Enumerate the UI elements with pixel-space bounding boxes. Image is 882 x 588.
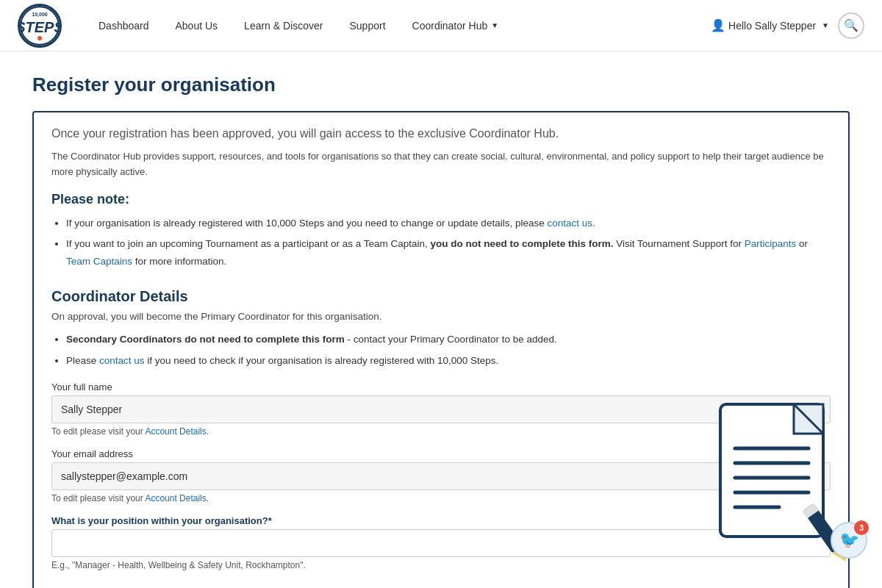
coord-bullet-1-bold: Secondary Coordinators do not need to co… (66, 334, 345, 345)
full-name-hint-text: To edit please visit your (51, 426, 145, 437)
nav-link-dashboard[interactable]: Dashboard (85, 0, 162, 51)
full-name-account-link[interactable]: Account Details. (145, 426, 209, 437)
logo-circle: 10,000 STEPS (18, 4, 62, 48)
info-headline: Once your registration has been approved… (51, 127, 831, 140)
bullet-2-bold: you do not need to complete this form. (431, 238, 614, 249)
chat-button[interactable]: 🐦 3 (831, 522, 867, 559)
contact-us-link-2[interactable]: contact us (99, 355, 145, 366)
dropdown-arrow-icon: ▼ (491, 21, 498, 29)
participants-link[interactable]: Participants (745, 238, 797, 249)
coordinator-bullets: Secondary Coordinators do not need to co… (66, 331, 831, 370)
nav-link-support[interactable]: Support (336, 0, 398, 51)
nav-links: Dashboard About Us Learn & Discover Supp… (85, 0, 512, 51)
info-box: Once your registration has been approved… (32, 111, 850, 588)
coordinator-details-title: Coordinator Details (51, 288, 831, 305)
svg-text:STEPS: STEPS (20, 19, 60, 35)
contact-us-link-1[interactable]: contact us (547, 218, 592, 229)
main-content: Register your organisation Once your reg… (15, 51, 867, 588)
coordinator-hub-label: Coordinator Hub (412, 20, 488, 32)
full-name-label: Your full name (51, 381, 831, 392)
bullet-1-text-before: If your organisation is already register… (66, 218, 547, 229)
coord-bullet-1-text: - contact your Primary Coordinator to be… (348, 334, 557, 345)
please-note-list: If your organisation is already register… (66, 215, 831, 271)
email-hint: To edit please visit your Account Detail… (51, 493, 831, 503)
coord-bullet-2-text-after: if you need to check if your organisatio… (145, 355, 499, 366)
full-name-input[interactable] (51, 395, 831, 423)
chat-icon: 🐦 (839, 531, 859, 550)
bullet-2-text-before: If you want to join an upcoming Tourname… (66, 238, 431, 249)
logo-svg: 10,000 STEPS (20, 6, 60, 46)
coord-bullet-2: Please contact us if you need to check i… (66, 352, 831, 370)
position-label: What is your position within your organi… (51, 515, 831, 526)
user-dropdown-arrow: ▼ (822, 21, 829, 29)
team-captains-link[interactable]: Team Captains (66, 256, 132, 267)
info-body: The Coordinator Hub provides support, re… (51, 149, 831, 180)
search-button[interactable]: 🔍 (838, 12, 864, 39)
user-icon: 👤 (711, 18, 725, 32)
user-menu[interactable]: 👤 Hello Sally Stepper ▼ (711, 18, 829, 32)
logo[interactable]: 10,000 STEPS (18, 4, 62, 48)
position-input[interactable] (51, 529, 831, 557)
svg-text:10,000: 10,000 (32, 12, 48, 18)
position-hint: E.g., "Manager - Health, Wellbeing & Saf… (51, 560, 831, 570)
coord-bullet-2-text-before: Please (66, 355, 99, 366)
email-label: Your email address (51, 448, 831, 459)
coord-bullet-1: Secondary Coordinators do not need to co… (66, 331, 831, 348)
nav-link-learn[interactable]: Learn & Discover (231, 0, 336, 51)
nav-left: 10,000 STEPS Dashboard About Us Learn & … (18, 0, 512, 51)
nav-right: 👤 Hello Sally Stepper ▼ 🔍 (711, 12, 864, 39)
chat-badge: 3 (854, 520, 869, 535)
full-name-hint: To edit please visit your Account Detail… (51, 426, 831, 437)
page-title: Register your organisation (32, 74, 850, 96)
user-label: Hello Sally Stepper (728, 20, 816, 32)
bullet-2: If you want to join an upcoming Tourname… (66, 235, 831, 271)
navbar: 10,000 STEPS Dashboard About Us Learn & … (0, 0, 882, 51)
email-input[interactable] (51, 462, 831, 490)
email-account-link[interactable]: Account Details. (145, 493, 209, 503)
svg-point-3 (37, 36, 42, 40)
email-hint-text: To edit please visit your (51, 493, 145, 503)
please-note-heading: Please note: (51, 192, 831, 207)
nav-link-coordinator[interactable]: Coordinator Hub ▼ (399, 0, 512, 51)
coordinator-subtitle: On approval, you will become the Primary… (51, 311, 831, 322)
bullet-1: If your organisation is already register… (66, 215, 831, 232)
search-icon: 🔍 (844, 18, 858, 32)
nav-link-about[interactable]: About Us (162, 0, 232, 51)
